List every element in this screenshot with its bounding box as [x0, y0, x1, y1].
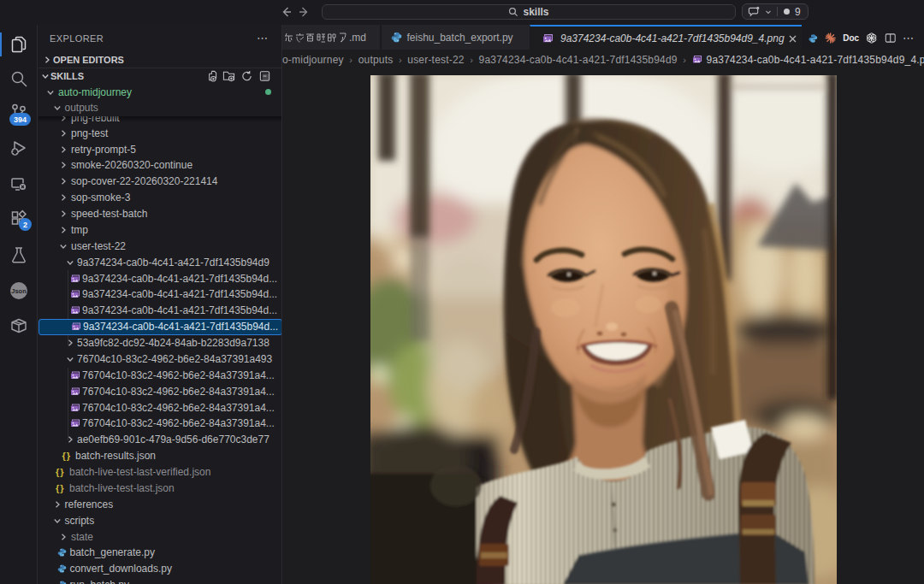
svg-text:Json: Json: [11, 287, 27, 295]
